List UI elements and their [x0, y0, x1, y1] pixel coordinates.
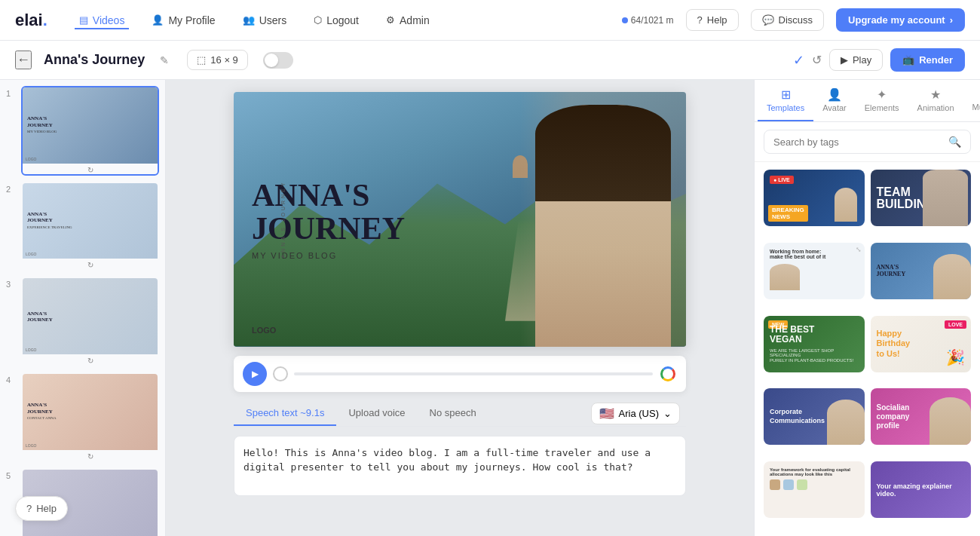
love-badge: LOVE [945, 320, 966, 329]
admin-icon: ⚙ [386, 14, 395, 26]
template-birthday[interactable]: LOVE HappyBirthdayto Us! 🎉 [871, 316, 972, 372]
tab-templates[interactable]: ⊞ Templates [758, 80, 813, 121]
help-circle-icon: ? [697, 14, 703, 26]
search-input[interactable] [773, 136, 942, 148]
person-thumbnail-social [929, 397, 971, 446]
vegan-title: THE BESTVEGANWe are the largest shop spe… [770, 325, 865, 363]
play-button[interactable]: ▶ Play [829, 49, 883, 71]
nav-users[interactable]: 👥 Users [238, 11, 292, 29]
avatar-icon: 👤 [827, 87, 842, 102]
users-icon: 👥 [243, 14, 255, 26]
socialian-title: Socialiancompanyprofile [877, 403, 910, 430]
loading-icon: ↻ [23, 357, 158, 365]
help-fab[interactable]: ? Help [15, 496, 68, 521]
tab-music[interactable]: ♪ Music [963, 80, 980, 121]
slide-thumb-3[interactable]: ANNA'SJOURNEY LOGO ↻ [21, 277, 159, 366]
nav-videos[interactable]: ▤ Videos [75, 11, 130, 29]
explainer-title: Your amazing explainer video. [877, 482, 966, 498]
template-grid: ● LIVE BREAKINGNEWS TEAMBUILDING ⤡ Worki… [755, 162, 980, 536]
edit-icon[interactable]: ✎ [160, 54, 169, 66]
person-thumbnail-anna [933, 254, 971, 299]
speech-text-wrap: Hello! This is Anna's video blog. I am a… [234, 436, 686, 537]
playback-bar: ▶ [234, 356, 686, 392]
discuss-button[interactable]: 💬 Discuss [751, 9, 825, 31]
play-icon: ▶ [841, 54, 848, 66]
canvas-area: ANNA'S JOURNEY ANNA'S JOURNEY MY VIDEO B… [166, 80, 754, 536]
logo: elai. [15, 11, 47, 30]
speech-tab-upload[interactable]: Upload voice [336, 401, 417, 426]
tab-elements[interactable]: ✦ Elements [856, 80, 908, 121]
slide-thumb-2[interactable]: ANNA'SJOURNEYEXPERIENCE TRAVELING LOGO ↻ [21, 182, 159, 271]
template-socialian[interactable]: Socialiancompanyprofile [871, 388, 972, 445]
render-button[interactable]: 📺 Render [890, 48, 965, 72]
canvas-text-block: ANNA'S JOURNEY MY VIDEO BLOG [252, 179, 405, 260]
toggle-knob [265, 54, 278, 67]
template-breaking-news[interactable]: ● LIVE BREAKINGNEWS [764, 170, 865, 226]
canvas-wrap[interactable]: ANNA'S JOURNEY ANNA'S JOURNEY MY VIDEO B… [234, 92, 686, 347]
nav-profile[interactable]: 👤 My Profile [147, 11, 219, 29]
template-capital[interactable]: Your framework for evaluating capital al… [764, 461, 865, 518]
canvas-person [520, 92, 686, 347]
upgrade-button[interactable]: Upgrade my account › [836, 8, 965, 32]
voice-select[interactable]: 🇺🇸 Aria (US) ⌄ [591, 403, 680, 424]
canvas-subtitle: MY VIDEO BLOG [252, 251, 405, 260]
toggle-wrap [263, 52, 293, 69]
slide-thumb-4[interactable]: ANNA'SJOURNEYCONTACT ANNA LOGO ↻ [21, 372, 159, 462]
help-button[interactable]: ? Help [686, 9, 739, 31]
profile-icon: 👤 [152, 14, 164, 26]
slide-item[interactable]: 2 ANNA'SJOURNEYEXPERIENCE TRAVELING LOGO… [6, 182, 159, 271]
search-wrap: 🔍 [755, 122, 980, 162]
speech-tabs: Speech text ~9.1s Upload voice No speech… [234, 401, 686, 427]
birthday-title: HappyBirthdayto Us! [877, 329, 911, 359]
slide-item[interactable]: 1 ⧉ 🗑 ANNA'SJOURNEYMY VIDEO BLOG LOGO ↻ [6, 86, 159, 176]
main-layout: 1 ⧉ 🗑 ANNA'SJOURNEYMY VIDEO BLOG LOGO ↻ … [0, 80, 980, 536]
canvas-background: ANNA'S JOURNEY ANNA'S JOURNEY MY VIDEO B… [234, 92, 686, 347]
vertical-text: ANNA'S JOURNEY [280, 180, 286, 258]
loading-icon: ↻ [23, 452, 158, 461]
back-button[interactable]: ← [15, 51, 32, 69]
nav-right: 64/1021 m ? Help 💬 Discuss Upgrade my ac… [622, 8, 965, 32]
tab-animation[interactable]: ★ Animation [908, 80, 963, 121]
corporate-title: CorporateCommunications [770, 408, 825, 425]
progress-bar[interactable] [294, 372, 653, 375]
nav-logout[interactable]: ⬡ Logout [309, 11, 363, 29]
render-icon: 📺 [902, 54, 914, 66]
slide-item[interactable]: 3 ANNA'SJOURNEY LOGO ↻ [6, 277, 159, 366]
undo-icon[interactable]: ↺ [812, 53, 822, 67]
person-thumbnail-right [923, 170, 968, 226]
person-thumbnail-corp [827, 400, 865, 445]
speech-tab-text[interactable]: Speech text ~9.1s [234, 401, 336, 426]
template-anna-journey[interactable]: ANNA'SJOURNEY [871, 243, 972, 299]
template-corporate[interactable]: CorporateCommunications [764, 388, 865, 445]
elements-icon: ✦ [877, 87, 887, 102]
template-team-building[interactable]: TEAMBUILDING [871, 170, 972, 226]
slide-item[interactable]: 4 ANNA'SJOURNEYCONTACT ANNA LOGO ↻ [6, 372, 159, 462]
search-box: 🔍 [764, 130, 971, 154]
topnav: elai. ▤ Videos 👤 My Profile 👥 Users ⬡ Lo… [0, 0, 980, 41]
logout-icon: ⬡ [314, 14, 322, 26]
template-best-vegan[interactable]: NEW THE BESTVEGANWe are the largest shop… [764, 316, 865, 372]
animation-icon: ★ [930, 87, 941, 102]
usage-badge: 64/1021 m [622, 15, 674, 26]
discuss-icon: 💬 [762, 14, 774, 26]
canvas-logo: LOGO [252, 326, 276, 335]
toggle[interactable] [263, 52, 293, 69]
usage-dot [622, 17, 628, 23]
aspect-ratio-button[interactable]: ⬚ 16 × 9 [187, 50, 248, 70]
videos-icon: ▤ [79, 14, 88, 26]
loading-icon: ↻ [23, 261, 158, 269]
aspect-icon: ⬚ [197, 54, 206, 66]
speech-tab-none[interactable]: No speech [418, 401, 488, 426]
canvas-title: ANNA'S JOURNEY [252, 179, 405, 245]
check-icon: ✓ [793, 52, 804, 69]
nav-admin[interactable]: ⚙ Admin [381, 11, 434, 29]
right-panel: ⊞ Templates 👤 Avatar ✦ Elements ★ Animat… [754, 80, 980, 536]
speech-textarea[interactable]: Hello! This is Anna's video blog. I am a… [234, 436, 686, 496]
slide-thumb-1[interactable]: ⧉ 🗑 ANNA'SJOURNEYMY VIDEO BLOG LOGO ↻ [21, 86, 159, 176]
google-icon [659, 365, 677, 383]
playback-play-button[interactable]: ▶ [243, 362, 267, 386]
template-work-home[interactable]: ⤡ Working from home:make the best out of… [764, 243, 865, 299]
slide-panel: 1 ⧉ 🗑 ANNA'SJOURNEYMY VIDEO BLOG LOGO ↻ … [0, 80, 166, 536]
tab-avatar[interactable]: 👤 Avatar [813, 80, 856, 121]
template-explainer[interactable]: Your amazing explainer video. [871, 461, 972, 518]
